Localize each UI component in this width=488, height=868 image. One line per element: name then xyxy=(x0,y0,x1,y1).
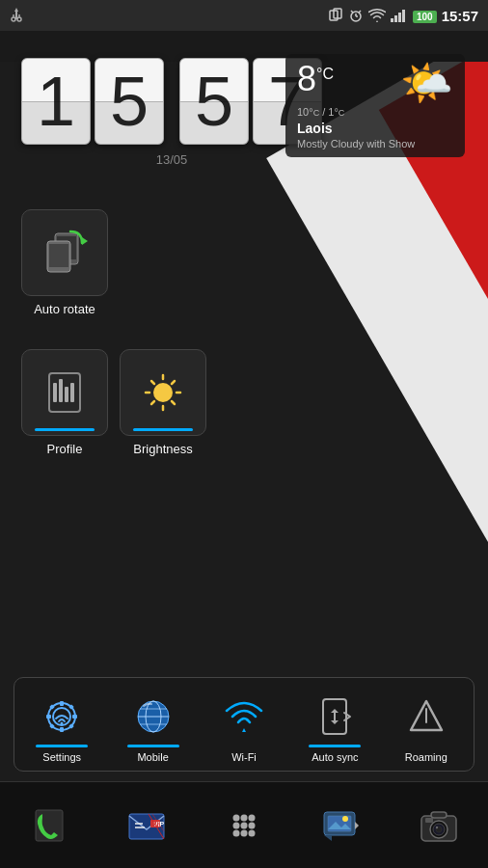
auto-rotate-box[interactable] xyxy=(21,209,108,296)
mobile-svg xyxy=(130,693,176,740)
svg-rect-37 xyxy=(60,701,64,706)
svg-point-64 xyxy=(248,814,255,821)
svg-point-69 xyxy=(240,829,247,836)
svg-rect-80 xyxy=(425,818,433,823)
brightness-svg xyxy=(136,366,190,420)
roaming-svg xyxy=(403,693,449,740)
svg-rect-23 xyxy=(59,379,63,402)
auto-rotate-icon[interactable]: Auto rotate xyxy=(21,209,108,316)
battery-label: 100 xyxy=(413,11,437,23)
autosync-svg xyxy=(312,693,358,740)
alarm-icon xyxy=(348,8,364,23)
svg-point-65 xyxy=(232,822,239,828)
svg-point-1 xyxy=(12,17,15,21)
wifi-svg xyxy=(221,693,267,740)
mobile-dock-icon[interactable]: Mobile xyxy=(115,688,192,763)
svg-rect-19 xyxy=(49,244,68,267)
svg-point-63 xyxy=(240,814,247,821)
email-svg: VIP xyxy=(125,804,168,847)
svg-point-79 xyxy=(436,826,438,827)
brightness-box[interactable] xyxy=(120,349,206,436)
profile-svg xyxy=(38,366,92,420)
svg-point-73 xyxy=(342,816,348,822)
auto-rotate-svg xyxy=(38,226,92,280)
rotate-icon xyxy=(328,8,343,23)
status-left-icons xyxy=(10,7,23,24)
weather-icon: 🌤️ xyxy=(400,62,453,104)
weather-range: 10°C / 1°C xyxy=(297,106,453,118)
svg-rect-24 xyxy=(65,387,68,402)
svg-line-11 xyxy=(359,11,361,13)
battery-indicator: 100 xyxy=(413,7,437,24)
svg-rect-15 xyxy=(402,10,405,22)
profile-label: Profile xyxy=(47,442,83,456)
brightness-label: Brightness xyxy=(133,442,192,456)
phone-svg xyxy=(28,804,70,847)
svg-line-32 xyxy=(172,401,175,404)
signal-icon xyxy=(391,9,408,22)
weather-location: Laois xyxy=(297,121,453,136)
weather-temp: 8 xyxy=(297,59,316,98)
svg-line-33 xyxy=(172,381,175,384)
svg-rect-39 xyxy=(46,715,51,719)
row2-icons: Profile Brightness xyxy=(21,349,206,456)
settings-dock-icon[interactable]: Settings xyxy=(23,688,100,763)
status-bar: 100 15:57 xyxy=(0,0,488,31)
usb-icon xyxy=(10,7,23,24)
svg-point-45 xyxy=(61,722,64,725)
clock-hour-1: 1 xyxy=(21,58,91,145)
profile-box[interactable] xyxy=(21,349,108,436)
dock-row: Settings Mobile xyxy=(14,677,474,772)
svg-point-66 xyxy=(240,822,247,828)
camera-svg xyxy=(418,804,460,847)
apps-svg xyxy=(223,804,265,847)
clock-widget: 1 5 5 7 13/05 xyxy=(21,58,322,145)
svg-marker-74 xyxy=(355,822,359,829)
svg-rect-40 xyxy=(72,715,77,719)
wifi-dock-icon[interactable]: Wi-Fi xyxy=(205,688,283,763)
wifi-label: Wi-Fi xyxy=(231,751,257,763)
settings-svg xyxy=(39,693,85,740)
phone-nav-icon[interactable] xyxy=(20,797,78,854)
messages-nav-icon[interactable] xyxy=(312,797,370,854)
svg-rect-12 xyxy=(391,18,393,22)
clock-date: 13/05 xyxy=(156,152,188,167)
autosync-dock-icon[interactable]: Auto sync xyxy=(296,688,373,763)
weather-widget: 8°C 🌤️ 10°C / 1°C Laois Mostly Cloudy wi… xyxy=(285,54,465,157)
apps-nav-icon[interactable] xyxy=(215,797,273,854)
svg-rect-14 xyxy=(398,13,401,22)
svg-point-2 xyxy=(17,17,21,21)
roaming-dock-box[interactable] xyxy=(397,688,455,746)
roaming-dock-icon[interactable]: Roaming xyxy=(388,688,465,763)
mobile-label: Mobile xyxy=(137,751,168,763)
status-time: 15:57 xyxy=(442,8,478,24)
profile-icon[interactable]: Profile xyxy=(21,349,108,456)
wifi-status-icon xyxy=(368,9,386,22)
svg-line-34 xyxy=(151,401,154,404)
svg-marker-20 xyxy=(82,237,88,245)
svg-point-68 xyxy=(232,829,239,836)
autosync-label: Auto sync xyxy=(312,751,358,763)
svg-rect-13 xyxy=(394,15,397,22)
svg-point-62 xyxy=(232,814,239,821)
main-area: 1 5 5 7 13/05 8°C 🌤️ 10°C / 1°C Laois Mo… xyxy=(0,31,488,868)
mobile-dock-box[interactable] xyxy=(124,688,182,746)
email-nav-icon[interactable]: VIP xyxy=(118,797,176,854)
svg-point-70 xyxy=(248,829,255,836)
svg-line-10 xyxy=(351,11,353,13)
row1-icons: Auto rotate xyxy=(21,209,108,316)
autosync-dock-box[interactable] xyxy=(306,688,364,746)
weather-description: Mostly Cloudy with Show xyxy=(297,138,453,149)
settings-dock-box[interactable] xyxy=(33,688,91,746)
brightness-icon[interactable]: Brightness xyxy=(120,349,206,456)
clock-hour-2: 5 xyxy=(95,58,164,145)
bottom-nav: VIP xyxy=(0,781,488,868)
camera-nav-icon[interactable] xyxy=(410,797,468,854)
weather-unit: °C xyxy=(316,66,334,83)
svg-rect-22 xyxy=(53,383,57,402)
flip-clock: 1 5 5 7 xyxy=(21,58,322,145)
messages-svg xyxy=(320,804,363,847)
wifi-dock-box[interactable] xyxy=(215,688,273,746)
svg-rect-25 xyxy=(70,383,74,402)
auto-rotate-label: Auto rotate xyxy=(34,302,95,316)
